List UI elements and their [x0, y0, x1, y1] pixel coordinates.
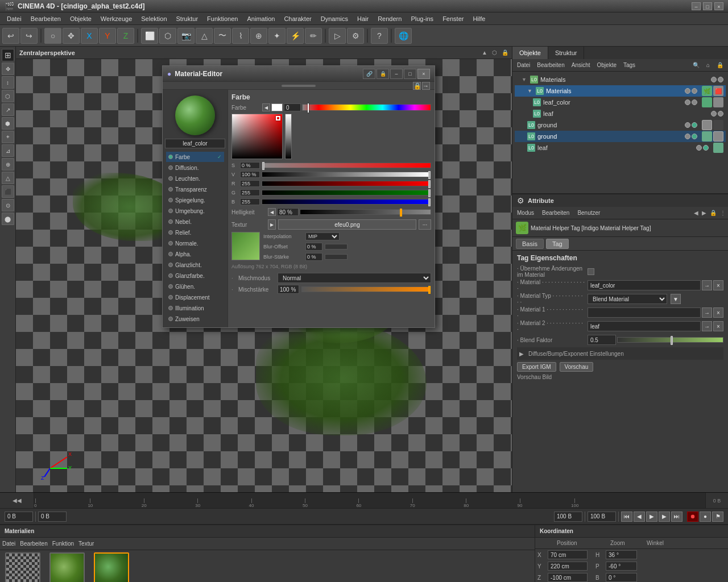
menu-dynamics[interactable]: Dynamics: [316, 14, 353, 23]
hell-arrow[interactable]: ◀: [268, 208, 276, 216]
attr-nav-back[interactable]: ◀: [694, 210, 698, 216]
tag-leaf2-1[interactable]: [713, 143, 723, 153]
close-btn[interactable]: ×: [714, 2, 723, 10]
attr-mattyp-dropdown[interactable]: Blend Material: [588, 294, 667, 304]
mograph-btn[interactable]: ✦: [268, 28, 286, 44]
obj-tool-tags[interactable]: Tags: [621, 62, 638, 68]
tag-icon-1[interactable]: 🌿: [702, 86, 712, 96]
obj-render-dot-3[interactable]: [692, 99, 697, 105]
mischmodus-select[interactable]: Normal: [278, 273, 431, 283]
menu-fenster[interactable]: Fenster: [438, 14, 468, 23]
tab-objekte[interactable]: Objekte: [512, 47, 548, 59]
vp-btn-1[interactable]: ▲: [482, 49, 487, 56]
obj-vis-dot-2[interactable]: [685, 88, 690, 94]
attr-tool-modus[interactable]: Modus: [515, 210, 536, 216]
btn-prev-frame[interactable]: ◀: [634, 512, 645, 522]
attr-blend-slider[interactable]: [617, 337, 723, 343]
tool-3[interactable]: ↗: [2, 103, 14, 116]
coords-z-input[interactable]: [548, 573, 588, 582]
tag-ground1-1[interactable]: [702, 120, 712, 130]
tex-options-btn[interactable]: ···: [419, 219, 431, 230]
s-slider[interactable]: [262, 163, 431, 168]
channel-leuchten[interactable]: Leuchten.: [166, 173, 224, 184]
channel-illumination[interactable]: Illumination: [166, 303, 224, 313]
attr-nav-fwd[interactable]: ▶: [702, 210, 706, 216]
mischstarke-slider[interactable]: [301, 286, 431, 292]
mat-item-leaf[interactable]: leaf: [47, 552, 88, 582]
channel-zuweisen[interactable]: Zuweisen: [166, 314, 224, 324]
coords-b-input[interactable]: [606, 573, 637, 582]
obj-row-leaf2[interactable]: L0 leaf: [515, 142, 726, 153]
btn-vorschau[interactable]: Vorschau: [560, 362, 594, 372]
dialog-handle[interactable]: 🔒 →: [163, 82, 435, 90]
transport-frame2-input[interactable]: [38, 512, 67, 522]
camera-btn[interactable]: 📷: [177, 28, 195, 44]
attr-lock[interactable]: 🔒: [710, 210, 717, 216]
obj-vis-dot-5[interactable]: [685, 122, 690, 128]
value-slider[interactable]: [285, 114, 292, 159]
hair-btn[interactable]: ⚡: [287, 28, 304, 44]
light-btn[interactable]: ⬡: [159, 28, 176, 44]
btn-next-frame[interactable]: ▶: [659, 512, 670, 522]
mat-tool-bearbeiten[interactable]: Bearbeiten: [20, 541, 47, 547]
channel-alpha[interactable]: Alpha.: [166, 249, 224, 259]
coords-h-input[interactable]: [606, 550, 637, 559]
obj-vis-dot-7[interactable]: [696, 145, 702, 151]
channel-diffusion[interactable]: Diffusion.: [166, 163, 224, 173]
tool-2[interactable]: ⬡: [2, 90, 14, 102]
obj-render-dot-4[interactable]: [718, 111, 723, 117]
minimize-btn[interactable]: –: [692, 2, 701, 10]
deform-btn[interactable]: ⌇: [232, 28, 249, 44]
channel-normale[interactable]: Normale.: [166, 238, 224, 248]
maximize-btn[interactable]: □: [703, 2, 712, 10]
hell-slider[interactable]: [300, 209, 431, 215]
move-btn[interactable]: ✥: [63, 28, 80, 44]
g-input[interactable]: [240, 189, 260, 196]
menu-struktur[interactable]: Struktur: [172, 14, 203, 23]
tag-ground2-2[interactable]: [713, 131, 723, 142]
color-saturation-box[interactable]: [231, 114, 283, 159]
menu-selektion[interactable]: Selektion: [136, 14, 171, 23]
btn-play[interactable]: ▶: [646, 512, 657, 522]
tool-select[interactable]: ⊞: [2, 49, 14, 61]
menu-werkzeuge[interactable]: Werkzeuge: [96, 14, 136, 23]
attr-checkbox-ubernehme[interactable]: [588, 268, 594, 275]
menu-plugins[interactable]: Plug-ins: [406, 14, 438, 23]
sketch-btn[interactable]: ✏: [305, 28, 322, 44]
obj-row-leafcolor[interactable]: L0 leaf_color: [515, 97, 726, 108]
attr-row-diffuse[interactable]: ▶ Diffuse/Bump/Exponent Einstellungen: [517, 347, 723, 360]
tool-4[interactable]: ⬢: [2, 117, 14, 130]
obj-row-materials-root[interactable]: ▼ L0 Materials: [515, 74, 726, 85]
obj-vis-dot[interactable]: [711, 77, 717, 82]
tool-7[interactable]: ⊕: [2, 158, 14, 171]
mat2-link-btn[interactable]: →: [702, 321, 712, 331]
tab-struktur[interactable]: Struktur: [548, 47, 585, 59]
blur-offset-input[interactable]: [305, 243, 322, 251]
hell-input[interactable]: [277, 208, 299, 216]
b-input[interactable]: [240, 198, 260, 205]
blur-offset-slider[interactable]: [325, 244, 348, 250]
obj-render-dot-5[interactable]: [692, 122, 697, 128]
transport-end-input[interactable]: [554, 512, 582, 522]
boole-btn[interactable]: ⊕: [250, 28, 267, 44]
render-btn[interactable]: ▷: [329, 28, 346, 44]
btn-record[interactable]: ●: [700, 512, 711, 522]
obj-vis-dot-6[interactable]: [685, 134, 690, 139]
btn-export-igm[interactable]: Export IGM: [517, 362, 556, 372]
obj-tool-datei[interactable]: Datei: [515, 62, 532, 68]
channel-relief[interactable]: Relief.: [166, 227, 224, 238]
blur-starke-input[interactable]: [305, 253, 322, 261]
channel-displacement[interactable]: Displacement: [166, 292, 224, 302]
tag-icon-2[interactable]: 🟥: [713, 86, 723, 96]
v-input[interactable]: [240, 171, 260, 178]
hue-strip[interactable]: [302, 104, 431, 111]
obj-row-materials-child[interactable]: ▼ L0 Materials 🌿 🟥: [515, 85, 726, 97]
select-btn[interactable]: ○: [44, 28, 61, 44]
mat1-link-btn[interactable]: →: [702, 307, 712, 318]
menu-animation[interactable]: Animation: [242, 14, 279, 23]
menu-bearbeiten[interactable]: Bearbeiten: [26, 14, 65, 23]
vp-btn-lock[interactable]: 🔒: [502, 49, 508, 56]
tab-tag[interactable]: Tag: [546, 239, 569, 249]
obj-render-dot-7[interactable]: [703, 145, 709, 151]
channel-glanzfarbe[interactable]: Glanzfarbe.: [166, 271, 224, 281]
